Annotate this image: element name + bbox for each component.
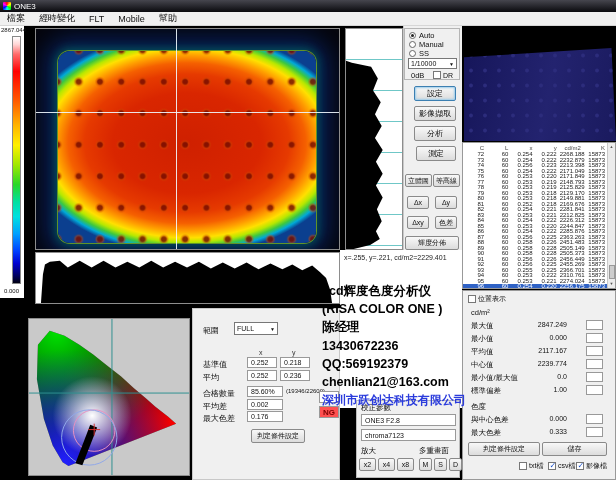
view-3d-button[interactable]: 立體圖: [405, 174, 432, 187]
statistics-panel: 位置表示 cd/m² 最大值 2847.249 最小值 0.000 平均值 21…: [462, 290, 616, 480]
radio-manual-circle[interactable]: [409, 41, 416, 48]
vertical-profile-plot: [345, 28, 403, 250]
col-y-header: y: [292, 349, 296, 356]
luminance-image[interactable]: [35, 28, 340, 250]
menu-file[interactable]: 檔案: [0, 12, 32, 25]
txt-file-checkbox[interactable]: txt檔: [519, 461, 543, 471]
range-select[interactable]: FULL ▼: [234, 322, 278, 335]
chevron-down-icon: ▼: [270, 326, 275, 332]
stat-max-field[interactable]: [586, 320, 603, 330]
calibration-title: 校正參數: [361, 403, 391, 413]
average-y-field[interactable]: 0.236: [280, 370, 310, 381]
menu-time-change[interactable]: 經時變化: [32, 12, 82, 25]
reference-label: 基準值: [203, 359, 227, 370]
stat-center-label: 中心值: [471, 360, 494, 370]
window-title: ONE3: [14, 2, 36, 11]
multi-s-button[interactable]: S: [434, 458, 447, 471]
lens-field[interactable]: ONE3 F2.8: [361, 414, 456, 426]
delta-y-button[interactable]: Δy: [435, 196, 457, 209]
zoom-x8-button[interactable]: x8: [397, 458, 414, 471]
stat-min-field[interactable]: [586, 333, 603, 343]
measurement-table[interactable]: CLxycd/m2K 72600.2540.2222268.1881587373…: [462, 142, 616, 289]
radio-auto-circle[interactable]: [409, 32, 416, 39]
multi-m-button[interactable]: M: [419, 458, 432, 471]
cie-horseshoe: [37, 331, 176, 466]
delta-xy-button[interactable]: Δxy: [407, 216, 429, 229]
csv-file-label: csv檔: [558, 461, 576, 471]
stat-avg-field[interactable]: [586, 346, 603, 356]
crosshair-vertical[interactable]: [176, 29, 177, 249]
measurement-table-head: CLxycd/m2K: [463, 143, 608, 152]
scroll-down-icon[interactable]: ▼: [608, 280, 615, 288]
average-x-field[interactable]: 0.252: [247, 370, 277, 381]
stat-stddev-value: 1.00: [553, 386, 567, 393]
cie-chromaticity-diagram[interactable]: [28, 318, 190, 476]
stat-center-field[interactable]: [586, 359, 603, 369]
color-diff-button[interactable]: 色差: [435, 216, 457, 229]
stat-minmax-field[interactable]: [586, 372, 603, 382]
image-file-label: 影像檔: [586, 461, 607, 471]
dr-checkbox-box[interactable]: [433, 71, 441, 79]
scroll-thumb[interactable]: [609, 265, 615, 279]
image-file-box[interactable]: [576, 462, 584, 470]
show-position-box[interactable]: [468, 295, 476, 303]
csv-file-checkbox[interactable]: csv檔: [548, 461, 576, 471]
max-color-diff-label: 最大色差: [203, 413, 235, 424]
table-scrollbar[interactable]: ▲ ▼: [607, 143, 615, 288]
judge-condition-button[interactable]: 判定條件設定: [468, 442, 540, 456]
txt-file-box[interactable]: [519, 462, 527, 470]
radio-manual-label: Manual: [419, 40, 444, 49]
delta-x-button[interactable]: Δx: [407, 196, 429, 209]
panel-heatmap: [58, 51, 316, 243]
capture-button[interactable]: 影像擷取: [414, 106, 456, 121]
zoom-x4-button[interactable]: x4: [378, 458, 395, 471]
analyze-button[interactable]: 分析: [414, 126, 456, 141]
range-value: FULL: [237, 325, 254, 332]
gain-label: 0dB: [411, 71, 424, 80]
measure-button[interactable]: 測定: [416, 146, 456, 161]
zoom-x2-button[interactable]: x2: [359, 458, 376, 471]
radio-manual[interactable]: Manual: [409, 40, 444, 49]
image-file-checkbox[interactable]: 影像檔: [576, 461, 607, 471]
menu-mobile[interactable]: Mobile: [111, 14, 152, 24]
info-area: [340, 250, 462, 408]
judgment-params-panel: 範圍 FULL ▼ x y 基準值 0.252 0.218 平均 0.252 0…: [192, 308, 340, 480]
table-row[interactable]: 96600.2540.2202256.17515873: [463, 284, 608, 289]
contour-button[interactable]: 等高線: [433, 174, 460, 187]
chroma-field[interactable]: chroma7123: [361, 429, 456, 441]
shutter-value: 1/10000: [411, 60, 436, 67]
set-button[interactable]: 設定: [414, 86, 456, 101]
shutter-select[interactable]: 1/10000 ▼: [408, 58, 457, 69]
title-bar[interactable]: ONE3: [0, 0, 616, 12]
stat-stddev-field[interactable]: [586, 385, 603, 395]
radio-ss-circle[interactable]: [409, 50, 416, 57]
judge-condition-button-2[interactable]: 判定條件設定: [251, 429, 305, 443]
multi-d-button[interactable]: D: [449, 458, 462, 471]
chroma-center-diff-field[interactable]: [586, 414, 603, 424]
h-profile-silhouette: [41, 261, 332, 303]
radio-auto[interactable]: Auto: [409, 31, 434, 40]
csv-file-box[interactable]: [548, 462, 556, 470]
reference-x-field[interactable]: 0.252: [247, 357, 277, 368]
chroma-max-diff-field[interactable]: [586, 427, 603, 437]
luminance-dist-button[interactable]: 輝度分佈: [405, 236, 459, 250]
scroll-up-icon[interactable]: ▲: [608, 143, 615, 151]
stat-stddev-label: 標準偏差: [471, 386, 501, 396]
reference-y-field[interactable]: 0.218: [280, 357, 310, 368]
show-position-checkbox[interactable]: 位置表示: [468, 294, 506, 304]
chroma-section-label: 色度: [471, 402, 486, 412]
avg-diff-field: 0.002: [247, 399, 283, 410]
menu-flt[interactable]: FLT: [82, 14, 111, 24]
stat-center-value: 2239.774: [538, 360, 567, 367]
stat-avg-value: 2117.167: [538, 347, 567, 354]
stat-min-value: 0.000: [549, 334, 567, 341]
radio-ss[interactable]: SS: [409, 49, 429, 58]
camera-preview-image[interactable]: [462, 28, 616, 141]
menu-help[interactable]: 幫助: [152, 12, 184, 25]
crosshair-horizontal[interactable]: [36, 112, 339, 113]
stat-max-value: 2847.249: [538, 321, 567, 328]
chroma-center-diff-label: 與中心色差: [471, 415, 509, 425]
cursor-readout: x=.255, y=.221, cd/m2=2229.401: [344, 254, 447, 261]
save-button[interactable]: 儲存: [542, 442, 607, 456]
dr-checkbox[interactable]: DR: [433, 71, 453, 79]
